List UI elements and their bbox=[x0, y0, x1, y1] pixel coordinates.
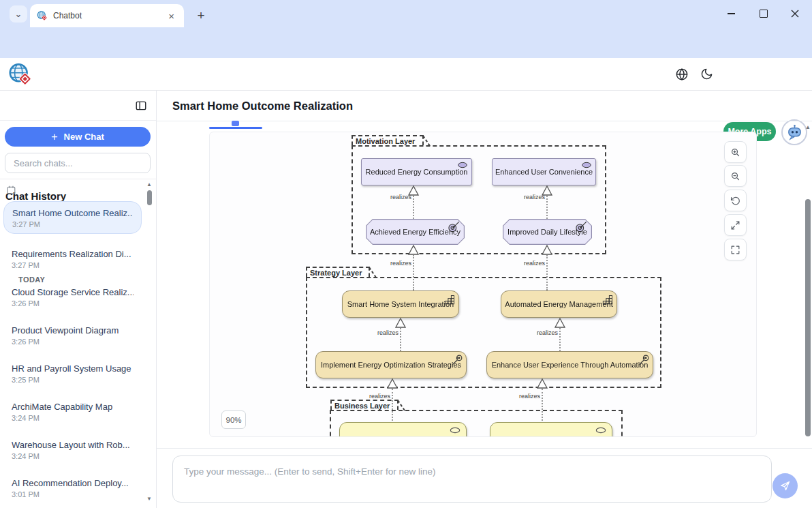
chat-item-time: 3:24 PM bbox=[12, 452, 134, 460]
relation-label: realizes bbox=[517, 329, 558, 336]
chat-item-time: 3:01 PM bbox=[12, 490, 134, 498]
node-label: Smart Home System Integration bbox=[347, 300, 454, 308]
tab-close-icon[interactable]: × bbox=[166, 10, 177, 22]
close-icon bbox=[791, 10, 799, 18]
motivation-layer-label: Motivation Layer bbox=[352, 135, 424, 145]
page-title: Smart Home Outcome Realization bbox=[172, 100, 353, 113]
active-tab-underline bbox=[209, 127, 262, 129]
zoom-out-button[interactable] bbox=[724, 165, 747, 187]
new-chat-button[interactable]: + New Chat bbox=[5, 127, 151, 147]
business-service-icon bbox=[450, 427, 460, 434]
browser-titlebar: ⌄ Chatbot × + bbox=[0, 0, 812, 27]
chatbot-avatar[interactable] bbox=[781, 119, 807, 145]
zoom-level-badge: 90% bbox=[221, 410, 246, 429]
chat-item-title: AI Recommendation Deploy... bbox=[12, 478, 134, 488]
realization-line bbox=[546, 196, 548, 219]
chat-item-title: Requirements Realization Di... bbox=[12, 249, 134, 259]
chat-item-title: HR and Payroll System Usage bbox=[12, 363, 134, 374]
chat-item-title: Cloud Storage Service Realiz... bbox=[12, 287, 134, 297]
collapse-sidebar-icon[interactable] bbox=[135, 100, 147, 112]
chat-history-item[interactable]: Warehouse Layout with Rob... 3:24 PM bbox=[3, 434, 142, 466]
course-of-action-icon bbox=[452, 355, 463, 365]
calendar-icon bbox=[7, 185, 16, 194]
node-label: Automated Energy Management bbox=[505, 300, 612, 308]
expand-button[interactable] bbox=[724, 214, 747, 236]
message-input[interactable] bbox=[172, 455, 772, 503]
capability-icon bbox=[602, 294, 613, 305]
chat-history-item[interactable]: AI Recommendation Deploy... 3:01 PM bbox=[3, 472, 142, 505]
divider bbox=[157, 121, 812, 121]
chat-history-item[interactable]: Smart Home Outcome Realiz... 3:27 PM bbox=[3, 201, 142, 234]
chat-item-time: 3:26 PM bbox=[12, 338, 134, 346]
relation-label: realizes bbox=[504, 260, 545, 267]
browser-tab[interactable]: Chatbot × bbox=[30, 4, 184, 27]
sidebar-scroll-up-icon[interactable]: ▲ bbox=[146, 181, 152, 188]
outcome-icon bbox=[448, 221, 460, 233]
search-chats-input[interactable] bbox=[5, 153, 151, 173]
archimate-goal-node: Reduced Energy Consumption bbox=[361, 158, 472, 185]
browser-toolbar: ai-toolbox.visual-paradigm.com/app/chatb… bbox=[0, 27, 812, 58]
realization-arrowhead bbox=[395, 318, 406, 328]
window-maximize-button[interactable] bbox=[748, 0, 779, 27]
window-minimize-button[interactable] bbox=[715, 0, 747, 27]
send-icon bbox=[779, 480, 791, 492]
new-tab-button[interactable]: + bbox=[192, 7, 210, 25]
outcome-icon bbox=[576, 221, 587, 233]
node-label: Reduced Energy Consumption bbox=[366, 168, 468, 176]
chat-item-time: 3:24 PM bbox=[12, 414, 134, 422]
language-globe-icon[interactable] bbox=[675, 68, 689, 81]
chat-history-item[interactable]: ArchiMate Capability Map 3:24 PM bbox=[3, 395, 142, 428]
chevron-down-icon: ⌄ bbox=[15, 9, 22, 19]
chat-item-time: 3:27 PM bbox=[12, 220, 133, 228]
chat-history-sidebar: Chat History + New Chat TODAY ▲ ▼ Smart … bbox=[0, 91, 157, 508]
zoom-in-button[interactable] bbox=[724, 141, 747, 163]
capability-icon bbox=[444, 294, 455, 305]
main-scrollbar-thumb[interactable] bbox=[805, 199, 811, 436]
chat-item-time: 3:27 PM bbox=[12, 261, 134, 269]
chat-item-time: 3:26 PM bbox=[12, 299, 134, 308]
realization-line bbox=[400, 328, 401, 351]
relation-label: realizes bbox=[358, 329, 399, 336]
divider bbox=[0, 120, 156, 121]
diagram-preview[interactable]: Motivation Layer Reduced Energy Consumpt… bbox=[209, 132, 757, 437]
archimate-outcome-node: Improved Daily Lifestyle bbox=[503, 219, 592, 245]
goal-icon bbox=[457, 162, 468, 168]
realization-line bbox=[413, 196, 414, 219]
divider bbox=[0, 179, 156, 179]
dark-mode-moon-icon[interactable] bbox=[700, 68, 713, 80]
minimize-icon bbox=[728, 13, 735, 14]
new-chat-label: New Chat bbox=[64, 132, 104, 142]
relation-label: realizes bbox=[504, 194, 545, 200]
relation-label: realizes bbox=[499, 393, 540, 400]
business-service-icon bbox=[595, 427, 606, 434]
chat-history-item[interactable]: Requirements Realization Di... 3:27 PM bbox=[3, 243, 142, 275]
relation-label: realizes bbox=[371, 260, 411, 267]
chat-item-title: Warehouse Layout with Rob... bbox=[12, 440, 134, 450]
course-of-action-icon bbox=[638, 355, 649, 365]
archimate-course-of-action-node: Implement Energy Optimization Strategies bbox=[315, 351, 467, 378]
chat-item-time: 3:25 PM bbox=[12, 376, 134, 384]
window-close-button[interactable] bbox=[779, 0, 811, 27]
reset-view-button[interactable] bbox=[724, 190, 747, 211]
realization-arrowhead bbox=[537, 378, 548, 389]
chat-item-title: ArchiMate Capability Map bbox=[12, 402, 134, 412]
sidebar-scroll-down-icon[interactable]: ▼ bbox=[146, 496, 152, 502]
relation-label: realizes bbox=[349, 393, 390, 400]
chat-history-item[interactable]: Cloud Storage Service Realiz... 3:26 PM bbox=[3, 281, 142, 314]
main-scroll-up-icon[interactable]: ▲ bbox=[805, 124, 811, 130]
send-button[interactable] bbox=[772, 473, 798, 498]
robot-icon bbox=[785, 123, 804, 142]
tab-search-button[interactable]: ⌄ bbox=[10, 5, 27, 23]
app-header: Chatbot Powered by Visual Paradigm More … bbox=[0, 58, 812, 91]
chat-history-item[interactable]: Product Viewpoint Diagram 3:26 PM bbox=[3, 319, 142, 352]
archimate-capability-node: Automated Energy Management bbox=[501, 290, 617, 318]
chat-history-item[interactable]: HR and Payroll System Usage 3:25 PM bbox=[3, 357, 142, 390]
archimate-business-service-node bbox=[490, 422, 612, 437]
realization-arrowhead bbox=[387, 378, 398, 389]
archimate-course-of-action-node: Enhance User Experience Through Automati… bbox=[486, 351, 653, 378]
app-logo bbox=[8, 62, 33, 87]
fullscreen-button[interactable] bbox=[724, 239, 747, 260]
sidebar-scrollbar-thumb[interactable] bbox=[147, 190, 152, 205]
goal-icon bbox=[581, 162, 592, 168]
realization-line bbox=[559, 328, 561, 351]
